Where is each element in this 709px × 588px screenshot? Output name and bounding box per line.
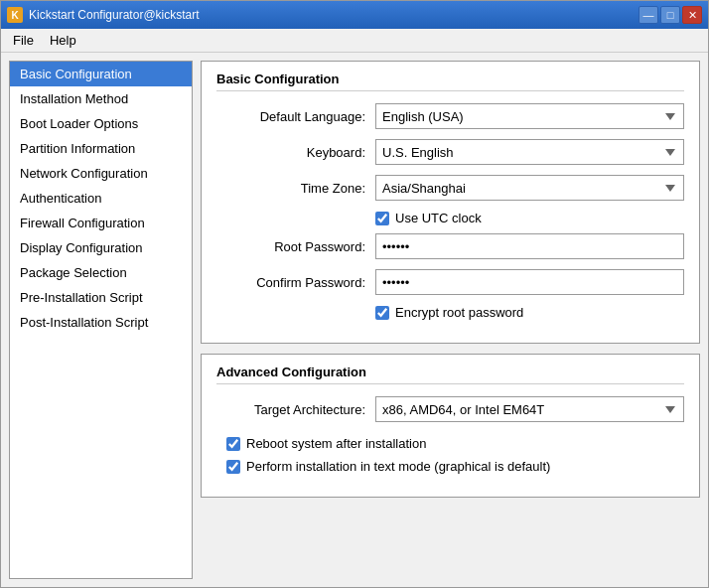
sidebar-item-post-installation-script[interactable]: Post-Installation Script [10, 310, 192, 335]
window-title: Kickstart Configurator@kickstart [29, 8, 200, 22]
root-password-control [375, 233, 684, 259]
timezone-label: Time Zone: [216, 181, 375, 196]
target-arch-select[interactable]: x86, AMD64, or Intel EM64T x86 AMD64 Int… [375, 396, 684, 422]
confirm-password-input[interactable] [375, 269, 684, 295]
advanced-config-title: Advanced Configuration [216, 365, 684, 384]
target-arch-row: Target Architecture: x86, AMD64, or Inte… [216, 396, 684, 422]
app-icon: K [7, 7, 23, 23]
text-mode-checkbox[interactable] [226, 460, 240, 474]
advanced-checkboxes: Reboot system after installation Perform… [216, 432, 684, 474]
reboot-label: Reboot system after installation [246, 436, 426, 451]
sidebar-item-network-configuration[interactable]: Network Configuration [10, 161, 192, 186]
sidebar-item-boot-loader-options[interactable]: Boot Loader Options [10, 111, 192, 136]
default-language-row: Default Language: English (USA) English … [216, 103, 684, 129]
target-arch-label: Target Architecture: [216, 402, 375, 417]
default-language-control: English (USA) English (UK) French German… [375, 103, 684, 129]
minimize-button[interactable]: — [638, 6, 658, 24]
utc-clock-label: Use UTC clock [395, 211, 482, 225]
keyboard-row: Keyboard: U.S. English U.S. Internationa… [216, 139, 684, 165]
title-bar-left: K Kickstart Configurator@kickstart [7, 7, 200, 23]
content-area: Basic Configuration Default Language: En… [201, 61, 700, 579]
root-password-label: Root Password: [216, 239, 375, 254]
timezone-control: Asia/Shanghai UTC US/Eastern US/Pacific … [375, 175, 684, 201]
title-buttons: — □ ✕ [638, 6, 702, 24]
sidebar-item-pre-installation-script[interactable]: Pre-Installation Script [10, 285, 192, 310]
default-language-label: Default Language: [216, 109, 375, 124]
default-language-select[interactable]: English (USA) English (UK) French German… [375, 103, 684, 129]
confirm-password-row: Confirm Password: [216, 269, 684, 295]
root-password-row: Root Password: [216, 233, 684, 259]
advanced-config-section: Advanced Configuration Target Architectu… [201, 354, 700, 498]
encrypt-password-row: Encrypt root password [216, 305, 684, 320]
confirm-password-label: Confirm Password: [216, 275, 375, 290]
basic-config-title: Basic Configuration [216, 72, 684, 91]
encrypt-password-label: Encrypt root password [395, 305, 523, 320]
keyboard-control: U.S. English U.S. International French G… [375, 139, 684, 165]
timezone-select[interactable]: Asia/Shanghai UTC US/Eastern US/Pacific … [375, 175, 684, 201]
encrypt-password-checkbox[interactable] [375, 306, 389, 320]
reboot-row: Reboot system after installation [226, 436, 684, 451]
sidebar-item-display-configuration[interactable]: Display Configuration [10, 235, 192, 260]
sidebar-item-partition-information[interactable]: Partition Information [10, 136, 192, 161]
basic-config-section: Basic Configuration Default Language: En… [201, 61, 700, 344]
main-window: K Kickstart Configurator@kickstart — □ ✕… [0, 0, 709, 588]
sidebar-item-firewall-configuration[interactable]: Firewall Configuration [10, 211, 192, 235]
utc-clock-row: Use UTC clock [216, 211, 684, 225]
text-mode-label: Perform installation in text mode (graph… [246, 459, 550, 474]
keyboard-label: Keyboard: [216, 145, 375, 160]
target-arch-control: x86, AMD64, or Intel EM64T x86 AMD64 Int… [375, 396, 684, 422]
reboot-checkbox[interactable] [226, 437, 240, 451]
menu-help[interactable]: Help [42, 31, 84, 50]
sidebar-item-installation-method[interactable]: Installation Method [10, 86, 192, 111]
menu-file[interactable]: File [5, 31, 42, 50]
timezone-row: Time Zone: Asia/Shanghai UTC US/Eastern … [216, 175, 684, 201]
sidebar-item-authentication[interactable]: Authentication [10, 186, 192, 211]
title-bar: K Kickstart Configurator@kickstart — □ ✕ [1, 1, 708, 29]
utc-clock-checkbox[interactable] [375, 212, 389, 225]
text-mode-row: Perform installation in text mode (graph… [226, 459, 684, 474]
close-button[interactable]: ✕ [682, 6, 702, 24]
menu-bar: File Help [1, 29, 708, 53]
sidebar-item-package-selection[interactable]: Package Selection [10, 260, 192, 285]
keyboard-select[interactable]: U.S. English U.S. International French G… [375, 139, 684, 165]
maximize-button[interactable]: □ [660, 6, 680, 24]
main-content: Basic Configuration Installation Method … [1, 53, 708, 587]
sidebar: Basic Configuration Installation Method … [9, 61, 193, 579]
sidebar-item-basic-configuration[interactable]: Basic Configuration [10, 62, 192, 86]
confirm-password-control [375, 269, 684, 295]
root-password-input[interactable] [375, 233, 684, 259]
